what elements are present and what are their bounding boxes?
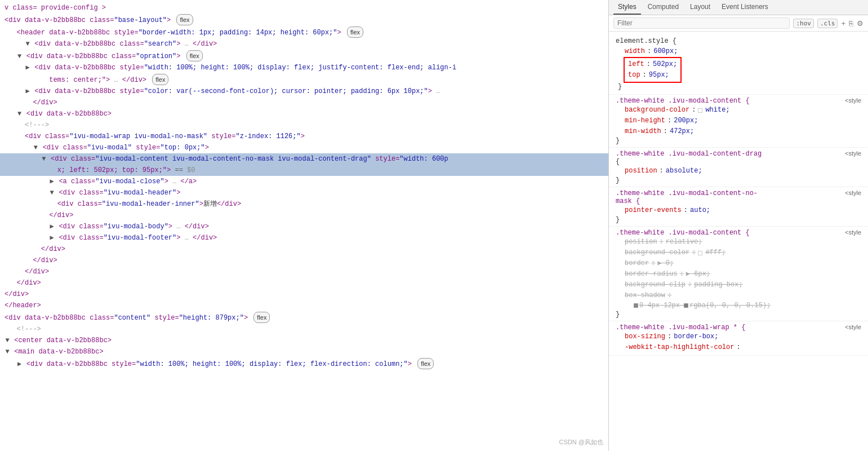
watermark: CSDN @风如也 [559, 438, 603, 446]
tag: <div class="ivu-modal-header"> [59, 189, 180, 197]
tag: </div> [33, 257, 57, 264]
source-link[interactable]: <style [845, 150, 861, 157]
tag: x; left: 502px; top: 95px;"> [57, 166, 171, 174]
style-rule-5: .theme-white .ivu-modal-wrap * { <style … [609, 321, 868, 356]
source-link[interactable]: <style [845, 229, 861, 236]
dom-panel[interactable]: v class= provide-config > <div data-v-b2… [0, 0, 609, 451]
prop-value: auto; [690, 206, 710, 215]
prop-name: background-color [625, 248, 689, 258]
dom-line: ▼ <center data-v-b2bb88bc> [0, 335, 608, 346]
styles-tabs: Styles Computed Layout Event Listeners [609, 0, 868, 15]
style-prop: background-color : #fff; [616, 247, 861, 258]
prop-value: absolute; [666, 166, 702, 176]
tag: </div> [5, 290, 29, 298]
prop-colon: : [667, 332, 671, 342]
style-prop: position : absolute; [616, 166, 861, 176]
close-brace: } [616, 83, 861, 91]
dom-line: <div class="ivu-modal-header-inner">新增</… [0, 198, 608, 210]
dom-line: </div> [0, 210, 608, 221]
source-link[interactable]: <style [845, 324, 861, 330]
prop-value: ▶ 0; [657, 259, 674, 268]
prop-name: position [625, 166, 657, 176]
prop-name: background-clip [625, 280, 686, 290]
flex-badge: flex [152, 74, 168, 85]
source-link[interactable]: <style [845, 97, 861, 104]
tag: </div> [41, 245, 65, 253]
tag: <div data-v-b2bb88bc class="base-layout"… [5, 16, 171, 24]
style-prop: -webkit-tap-highlight-color : [616, 342, 861, 353]
flex-badge: flex [417, 358, 434, 369]
dom-line: </div> [0, 244, 608, 255]
prop-value: white; [705, 105, 729, 115]
dom-line-selected[interactable]: ▼ <div class="ivu-modal-content ivu-moda… [0, 153, 608, 165]
plus-icon[interactable]: + [841, 19, 845, 28]
tab-styles[interactable]: Styles [613, 0, 641, 15]
color-swatch [698, 251, 702, 255]
dom-line: ▼ <div data-v-b2bb88bc> [0, 108, 608, 120]
prop-colon: : [684, 206, 688, 215]
tag: </div> [193, 40, 217, 48]
dom-line: </div> [0, 289, 608, 300]
dom-line: <div data-v-b2bb88bc class="base-layout"… [0, 14, 608, 26]
tag: <a class="ivu-modal-close"> [59, 178, 168, 185]
selector-text: .theme-white .ivu-modal-content-drag [616, 150, 762, 158]
tag: </div> [17, 279, 41, 287]
prop-colon: : [643, 70, 647, 80]
tag: <header data-v-b2bb88bc style="border-wi… [17, 29, 341, 37]
cls-button[interactable]: .cls [817, 19, 838, 28]
hov-button[interactable]: :hov [793, 19, 814, 28]
prop-name: box-shadow [625, 291, 665, 300]
prop-colon: : [660, 166, 664, 176]
style-rule-1: .theme-white .ivu-modal-content { <style… [609, 95, 868, 148]
close-brace: } [616, 176, 861, 184]
tag: <div class="ivu-modal-footer"> [59, 234, 180, 242]
prop-name: min-width [625, 127, 661, 136]
tab-event-listeners[interactable]: Event Listeners [717, 0, 773, 15]
dom-line: tems: center;"> … </div> flex [0, 73, 608, 86]
filter-input[interactable] [613, 17, 790, 29]
style-prop: border : ▶ 0; [616, 258, 861, 269]
prop-colon: : [692, 105, 696, 115]
prop-name: box-sizing [625, 332, 665, 342]
dom-line: </header> [0, 300, 608, 311]
highlight-box: left : 502px; top : 95px; [624, 57, 682, 83]
dom-line: ▼ <div class="ivu-modal-header"> [0, 187, 608, 198]
prop-name: pointer-events [625, 206, 682, 215]
prop-colon: : [688, 280, 692, 290]
box-shadow-value: 0 4px 12px rgba(0, 0, 0, 0.15); [616, 301, 861, 311]
style-rule-4: .theme-white .ivu-modal-content { <style… [609, 227, 868, 321]
selector-text: .theme-white .ivu-modal-content-no- [616, 189, 758, 197]
tag: <div data-v-b2bb88bc class="opration"> [26, 52, 181, 60]
style-prop: background-clip : padding-box; [616, 280, 861, 290]
settings-icon[interactable]: ⚙ [857, 19, 863, 28]
close-brace: } [616, 216, 861, 224]
dom-line-selected-cont[interactable]: x; left: 502px; top: 95px;"> == $0 [0, 165, 608, 176]
prop-colon: : [667, 116, 671, 126]
source-link[interactable]: <style [845, 189, 861, 196]
tag: </div> [33, 99, 57, 107]
dom-line: ▶ <div data-v-b2bb88bc style="color: var… [0, 86, 608, 97]
prop-name: width [625, 47, 645, 56]
tab-layout[interactable]: Layout [686, 0, 715, 15]
tag: <div data-v-b2bb88bc style="color: var(-… [34, 87, 432, 95]
rule-selector: .theme-white .ivu-modal-content-drag <st… [616, 150, 861, 158]
copy-icon[interactable]: ⎘ [849, 19, 853, 28]
flex-badge: flex [186, 50, 203, 61]
tag: <div class="ivu-modal-content ivu-modal-… [51, 155, 371, 163]
prop-name: border [625, 259, 649, 268]
style-prop: pointer-events : auto; [616, 205, 861, 216]
prop-colon: : [651, 259, 655, 268]
tag: <div data-v-b2bb88bc class="content" sty… [5, 314, 248, 322]
prop-value: 200px; [674, 116, 698, 126]
style-prop: box-shadow : [616, 290, 861, 301]
dom-line: </div> [0, 266, 608, 277]
tab-computed[interactable]: Computed [643, 0, 683, 15]
prop-colon: : [667, 291, 671, 300]
dom-line: ▶ <div class="ivu-modal-body"> … </div> [0, 221, 608, 232]
element-style-rule: element.style { width : 600px; left : 50… [609, 34, 868, 95]
prop-value: 600px; [653, 47, 678, 56]
dom-line: ▼ <div class="ivu-modal" style="top: 0px… [0, 142, 608, 153]
tag: <div data-v-b2bb88bc style="width: 100%;… [34, 64, 456, 72]
dom-line: ▼ <div data-v-b2bb88bc class="opration">… [0, 50, 608, 62]
styles-panel: Styles Computed Layout Event Listeners :… [609, 0, 868, 451]
